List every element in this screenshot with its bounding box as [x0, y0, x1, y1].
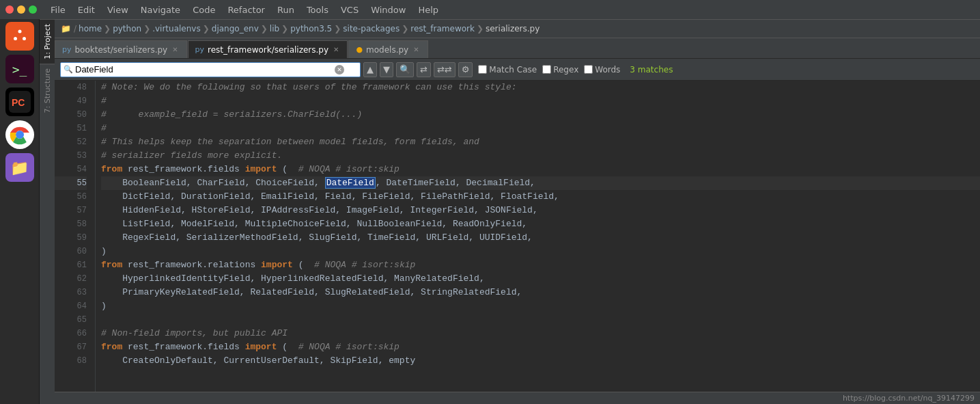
search-replace-all-button[interactable]: ⇄⇄: [434, 62, 456, 77]
tab-close-active[interactable]: ✕: [332, 46, 340, 53]
maximize-button[interactable]: [29, 5, 37, 14]
ubuntu-icon[interactable]: [5, 22, 34, 51]
files-icon[interactable]: 📁: [5, 153, 34, 182]
code-lines: # Note: We do the following so that user…: [96, 81, 980, 392]
line-num-48: 48: [55, 81, 87, 94]
title-bar: File Edit View Navigate Code Refactor Ru…: [0, 0, 980, 19]
breadcrumb: 📁 / home ❯ python ❯ .virtualenvs ❯ djang…: [55, 19, 980, 38]
search-replace-button[interactable]: ⇄: [417, 62, 431, 77]
tab-models[interactable]: ● models.py ✕: [348, 40, 428, 58]
pycharm-icon[interactable]: PC: [5, 87, 34, 116]
match-case-label[interactable]: Match Case: [478, 65, 537, 75]
menu-file[interactable]: File: [45, 3, 71, 16]
line-num-62: 62: [55, 272, 87, 286]
tab-rest-framework-serializers[interactable]: py rest_framework/serializers.py ✕: [188, 40, 348, 58]
code-line-50: # example_field = serializers.CharField(…: [101, 108, 980, 122]
menu-vcs[interactable]: VCS: [335, 3, 364, 16]
menu-refactor[interactable]: Refactor: [222, 3, 270, 16]
breadcrumb-virtualenvs[interactable]: .virtualenvs: [152, 24, 201, 33]
words-checkbox[interactable]: [584, 65, 593, 74]
tab-py-icon: py: [62, 45, 72, 54]
status-url: https://blog.csdn.net/nq_39147299: [843, 394, 975, 403]
code-line-63: PrimaryKeyRelatedField, RelatedField, Sl…: [101, 286, 980, 299]
status-bar: https://blog.csdn.net/nq_39147299: [55, 392, 980, 404]
code-line-53: # serializer fields more explicit.: [101, 149, 980, 163]
menu-window[interactable]: Window: [365, 3, 411, 16]
menu-navigate[interactable]: Navigate: [135, 3, 186, 16]
line-num-60: 60: [55, 245, 87, 258]
breadcrumb-python[interactable]: python: [113, 24, 141, 33]
code-line-56: DictField, DurationField, EmailField, Fi…: [101, 190, 980, 204]
code-line-57: HiddenField, HStoreField, IPAddressField…: [101, 204, 980, 217]
chrome-icon[interactable]: [5, 120, 34, 149]
project-tab[interactable]: 1: Project: [40, 19, 55, 64]
line-num-66: 66: [55, 327, 87, 340]
match-case-checkbox[interactable]: [478, 65, 487, 74]
code-line-67: from rest_framework.fields import ( # NO…: [101, 340, 980, 354]
tab-label-models: models.py: [366, 45, 408, 55]
menu-help[interactable]: Help: [412, 3, 444, 16]
code-editor[interactable]: 48 49 50 51 52 53 54 55 56 57 58 59 60 6…: [55, 81, 980, 392]
menu-run[interactable]: Run: [272, 3, 300, 16]
code-line-58: ListField, ModelField, MultipleChoiceFie…: [101, 217, 980, 231]
code-line-48: # Note: We do the following so that user…: [101, 81, 980, 94]
code-line-61: from rest_framework.relations import ( #…: [101, 258, 980, 272]
search-find-usages-button[interactable]: 🔍: [396, 62, 414, 77]
line-numbers: 48 49 50 51 52 53 54 55 56 57 58 59 60 6…: [55, 81, 96, 392]
close-button[interactable]: [5, 5, 14, 14]
line-num-65: 65: [55, 313, 87, 327]
line-num-59: 59: [55, 231, 87, 245]
code-line-60: ): [101, 245, 980, 258]
search-clear-button[interactable]: ✕: [335, 65, 344, 75]
tab-label-active: rest_framework/serializers.py: [208, 45, 328, 55]
menu-edit[interactable]: Edit: [72, 3, 100, 16]
structure-tab[interactable]: 7: Structure: [40, 64, 55, 117]
words-label[interactable]: Words: [584, 65, 620, 75]
svg-text:PC: PC: [12, 97, 25, 108]
search-prev-button[interactable]: ▲: [363, 62, 377, 77]
code-line-65: [101, 313, 980, 327]
search-input-wrapper: 🔍 ✕: [60, 62, 361, 77]
line-num-58: 58: [55, 217, 87, 231]
svg-point-1: [18, 30, 21, 33]
line-num-68: 68: [55, 354, 87, 368]
code-editor-container: 48 49 50 51 52 53 54 55 56 57 58 59 60 6…: [55, 81, 980, 392]
code-line-55: BooleanField, CharField, ChoiceField, Da…: [101, 176, 980, 190]
search-settings-button[interactable]: ⚙: [458, 62, 473, 77]
menu-view[interactable]: View: [102, 3, 134, 16]
line-num-64: 64: [55, 299, 87, 313]
line-num-55: 55: [55, 176, 87, 190]
line-num-67: 67: [55, 340, 87, 354]
tab-close-button[interactable]: ✕: [171, 46, 179, 53]
menu-code[interactable]: Code: [187, 3, 221, 16]
tab-label: booktest/serializers.py: [75, 45, 168, 55]
code-line-54: from rest_framework.fields import ( # NO…: [101, 163, 980, 176]
code-line-62: HyperlinkedIdentityField, HyperlinkedRel…: [101, 272, 980, 286]
regex-label[interactable]: Regex: [542, 65, 578, 75]
breadcrumb-lib[interactable]: lib: [270, 24, 279, 33]
breadcrumb-site-packages[interactable]: site-packages: [343, 24, 400, 33]
tab-booktest-serializers[interactable]: py booktest/serializers.py ✕: [55, 40, 187, 58]
breadcrumb-django-env[interactable]: django_env: [212, 24, 259, 33]
menu-bar: File Edit View Navigate Code Refactor Ru…: [45, 3, 444, 16]
code-line-68: CreateOnlyDefault, CurrentUserDefault, S…: [101, 354, 980, 368]
line-num-61: 61: [55, 258, 87, 272]
tab-py-icon-active: py: [195, 45, 205, 54]
search-next-button[interactable]: ▼: [380, 62, 393, 77]
breadcrumb-file[interactable]: serializers.py: [486, 24, 540, 33]
tab-close-models[interactable]: ✕: [412, 46, 420, 53]
menu-tools[interactable]: Tools: [301, 3, 334, 16]
regex-checkbox[interactable]: [542, 65, 551, 74]
svg-point-2: [23, 37, 26, 40]
breadcrumb-python35[interactable]: python3.5: [290, 24, 332, 33]
line-num-57: 57: [55, 204, 87, 217]
minimize-button[interactable]: [17, 5, 25, 14]
matches-count: 3 matches: [630, 65, 673, 75]
terminal-icon[interactable]: >_: [5, 55, 34, 83]
breadcrumb-rest-framework[interactable]: rest_framework: [410, 24, 475, 33]
line-num-63: 63: [55, 286, 87, 299]
search-input[interactable]: [75, 64, 335, 75]
breadcrumb-home[interactable]: home: [79, 24, 102, 33]
line-num-54: 54: [55, 163, 87, 176]
tab-bar: py booktest/serializers.py ✕ py rest_fra…: [55, 38, 980, 59]
